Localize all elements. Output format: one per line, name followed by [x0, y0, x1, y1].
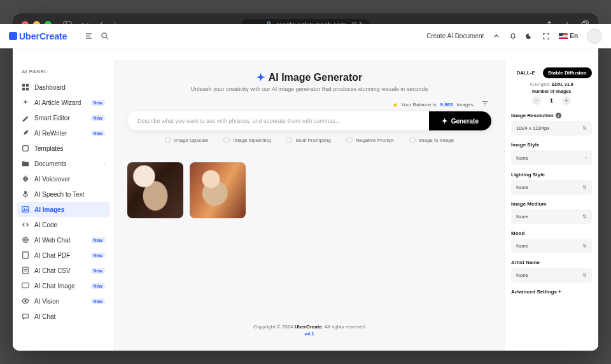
svg-rect-8: [23, 146, 29, 151]
select-artist[interactable]: None ⇅: [511, 268, 592, 283]
select-resolution[interactable]: 1024 x 1024px ⇅: [511, 121, 592, 136]
generation-options: Image UpscaleImage InpaintingMulti Promp…: [127, 137, 491, 143]
create-ai-doc-link[interactable]: Create AI Document: [426, 32, 484, 39]
search-icon[interactable]: [101, 32, 109, 40]
sidebar-item-label: AI Vision: [34, 298, 59, 305]
stepper-value: 1: [550, 97, 553, 104]
chevron-right-icon: ›: [103, 161, 105, 167]
radio-icon: [223, 137, 230, 143]
sidebar-item-ai-web-chat[interactable]: AI Web ChatNew: [17, 232, 110, 248]
sidebar-item-label: AI ReWriter: [34, 130, 67, 137]
page-footer: Copyright © 2024 UberCreate. All rights …: [127, 318, 491, 339]
option-image-inpainting[interactable]: Image Inpainting: [223, 137, 270, 143]
new-badge: New: [91, 253, 105, 258]
chat-icon: [22, 312, 29, 320]
select-arrows-icon: ⇅: [582, 243, 587, 249]
image-icon: [22, 206, 29, 213]
svg-rect-15: [22, 283, 29, 288]
radio-icon: [409, 137, 416, 143]
language-selector[interactable]: En: [559, 32, 578, 39]
balance-info: ◆ Your Balance is 9,983 Images.: [127, 100, 491, 109]
chevron-up-icon[interactable]: [493, 32, 500, 40]
option-negative-prompt[interactable]: Negative Prompt: [346, 137, 394, 143]
sidebar-item-smart-editor[interactable]: Smart EditorNew: [17, 110, 110, 125]
wand-icon: ✦: [256, 71, 265, 83]
app-logo[interactable]: UberCreate: [13, 31, 67, 41]
dark-mode-icon[interactable]: [526, 32, 533, 40]
sidebar-item-ai-images[interactable]: AI Images: [17, 202, 110, 217]
sidebar-item-documents[interactable]: Documents›: [17, 156, 110, 171]
flag-us-icon: [559, 33, 568, 39]
browser-window: 🔒 create.askeygeek.com ⊞ ↻ UberCreate Cr…: [13, 13, 598, 351]
sidebar-item-templates[interactable]: Templates: [17, 141, 110, 156]
option-image-to-image[interactable]: Image to Image: [409, 137, 454, 143]
sidebar-item-label: Templates: [34, 145, 64, 152]
advanced-settings-toggle[interactable]: Advanced Settings +: [511, 289, 592, 295]
select-lighting[interactable]: None ⇅: [511, 180, 592, 195]
info-icon[interactable]: i: [556, 113, 561, 118]
option-multi-prompting[interactable]: Multi Prompting: [286, 137, 331, 143]
num-images-label: Number of Images: [511, 89, 592, 94]
sidebar-item-ai-chat-image[interactable]: AI Chat ImageNew: [17, 278, 110, 293]
version-text: v4.1: [127, 331, 491, 337]
stepper-minus[interactable]: −: [532, 96, 541, 105]
sidebar-item-label: AI Web Chat: [34, 237, 71, 244]
sidebar-item-ai-vision[interactable]: AI VisionNew: [17, 293, 110, 309]
new-badge: New: [91, 283, 105, 289]
svg-rect-9: [24, 191, 26, 195]
sidebar-item-dashboard[interactable]: Dashboard: [17, 80, 110, 95]
filter-icon[interactable]: [481, 100, 489, 109]
sidebar: AI PANEL DashboardAI Article WizardNewSm…: [13, 60, 115, 351]
tab-dalle[interactable]: DALL-E: [511, 67, 540, 78]
generated-image[interactable]: [190, 162, 246, 218]
svg-point-3: [102, 33, 106, 38]
sparkle-icon: [22, 99, 29, 106]
feather-icon: [22, 129, 29, 137]
generated-image[interactable]: [127, 162, 183, 218]
chevron-right-icon: ›: [585, 155, 587, 161]
field-label-medium: Image Medium: [511, 201, 592, 207]
sidebar-item-ai-voiceover[interactable]: AI Voiceover: [17, 171, 110, 186]
field-label-resolution: Image Resolutioni: [511, 113, 592, 118]
sidebar-item-ai-speech-to-text[interactable]: AI Speech to Text: [17, 186, 110, 202]
voice-icon: [22, 175, 29, 183]
sidebar-item-ai-chat[interactable]: AI Chat: [17, 309, 110, 324]
sidebar-item-label: AI Code: [34, 221, 57, 228]
menu-toggle-icon[interactable]: [85, 32, 93, 40]
sidebar-item-ai-article-wizard[interactable]: AI Article WizardNew: [17, 95, 110, 110]
sidebar-item-label: AI Images: [34, 206, 64, 213]
sidebar-item-ai-rewriter[interactable]: AI ReWriterNew: [17, 125, 110, 141]
prompt-bar: ✦ Generate: [127, 111, 491, 130]
sidebar-item-label: Dashboard: [34, 84, 66, 91]
user-avatar[interactable]: [587, 29, 598, 44]
sidebar-item-label: AI Chat CSV: [34, 267, 71, 274]
prompt-input[interactable]: [127, 111, 429, 130]
logo-icon: [13, 32, 17, 40]
mic-icon: [22, 190, 29, 198]
sidebar-item-label: AI Article Wizard: [34, 99, 81, 106]
page-title: ✦ AI Image Generator: [127, 71, 491, 83]
balance-value: 9,983: [440, 102, 453, 108]
option-image-upscale[interactable]: Image Upscale: [165, 137, 208, 143]
svg-rect-6: [22, 88, 25, 90]
select-mood[interactable]: None ⇅: [511, 239, 592, 253]
select-style[interactable]: None ›: [511, 150, 592, 165]
svg-rect-7: [26, 88, 29, 90]
settings-panel: DALL-E Stable Diffusion AI Engine: SDXL …: [504, 60, 598, 351]
stepper-plus[interactable]: +: [562, 96, 571, 105]
sidebar-item-label: AI Chat PDF: [34, 252, 70, 259]
select-medium[interactable]: None ⇅: [511, 209, 592, 224]
bell-icon[interactable]: [509, 32, 517, 40]
new-badge: New: [91, 130, 105, 136]
sidebar-item-ai-code[interactable]: AI Code: [17, 217, 110, 232]
select-arrows-icon: ⇅: [582, 272, 587, 278]
svg-rect-4: [22, 84, 25, 87]
select-arrows-icon: ⇅: [582, 125, 587, 131]
sidebar-item-ai-chat-csv[interactable]: AI Chat CSVNew: [17, 263, 110, 278]
radio-icon: [346, 137, 353, 143]
generate-button[interactable]: ✦ Generate: [429, 111, 491, 130]
tab-stable-diffusion[interactable]: Stable Diffusion: [543, 67, 592, 78]
fullscreen-icon[interactable]: [542, 32, 550, 40]
grid-icon: [22, 83, 29, 91]
sidebar-item-ai-chat-pdf[interactable]: AI Chat PDFNew: [17, 248, 110, 263]
